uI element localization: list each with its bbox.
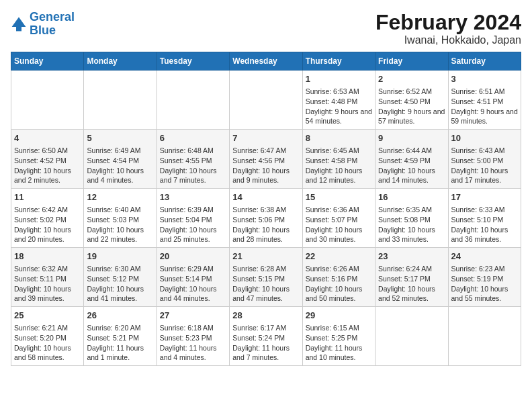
daylight-text: Daylight: 11 hours and 10 minutes.: [306, 344, 363, 362]
sunset-text: Sunset: 5:04 PM: [160, 216, 212, 224]
daylight-text: Daylight: 10 hours and 2 minutes.: [14, 167, 71, 185]
sunrise-text: Sunrise: 6:23 AM: [451, 265, 505, 273]
sunset-text: Sunset: 5:06 PM: [232, 216, 285, 224]
header: GeneralBlue February 2024 Iwanai, Hokkai…: [11, 11, 521, 46]
sunset-text: Sunset: 5:23 PM: [160, 334, 212, 342]
header-friday: Friday: [375, 52, 448, 71]
sunset-text: Sunset: 5:19 PM: [451, 275, 504, 283]
daylight-text: Daylight: 9 hours and 54 minutes.: [306, 107, 372, 126]
day-number: 20: [160, 250, 226, 263]
sunrise-text: Sunrise: 6:21 AM: [14, 324, 68, 332]
table-row: [157, 71, 229, 130]
day-number: 4: [14, 132, 81, 144]
daylight-text: Daylight: 10 hours and 25 minutes.: [160, 226, 217, 244]
day-number: 13: [160, 191, 226, 203]
table-row: 29Sunrise: 6:15 AMSunset: 5:25 PMDayligh…: [302, 306, 375, 365]
daylight-text: Daylight: 10 hours and 36 minutes.: [451, 226, 508, 244]
sunset-text: Sunset: 4:52 PM: [14, 156, 66, 165]
sunset-text: Sunset: 4:48 PM: [306, 97, 358, 105]
day-number: 18: [14, 250, 81, 263]
daylight-text: Daylight: 10 hours and 7 minutes.: [160, 167, 217, 185]
daylight-text: Daylight: 10 hours and 58 minutes.: [14, 344, 71, 362]
sunset-text: Sunset: 4:56 PM: [232, 156, 285, 165]
sunset-text: Sunset: 5:21 PM: [87, 334, 139, 342]
sunrise-text: Sunrise: 6:33 AM: [451, 205, 505, 214]
header-saturday: Saturday: [448, 52, 521, 71]
sunrise-text: Sunrise: 6:49 AM: [87, 146, 140, 154]
sunset-text: Sunset: 5:17 PM: [378, 275, 431, 283]
daylight-text: Daylight: 10 hours and 47 minutes.: [232, 285, 290, 303]
table-row: 13Sunrise: 6:39 AMSunset: 5:04 PMDayligh…: [157, 189, 229, 248]
day-number: 26: [87, 310, 153, 322]
header-tuesday: Tuesday: [157, 52, 229, 71]
day-number: 16: [378, 191, 445, 203]
day-number: 15: [306, 191, 372, 203]
daylight-text: Daylight: 10 hours and 28 minutes.: [232, 226, 290, 244]
logo-icon: [11, 16, 27, 32]
day-number: 2: [378, 73, 445, 85]
table-row: 1Sunrise: 6:53 AMSunset: 4:48 PMDaylight…: [302, 71, 375, 130]
sunset-text: Sunset: 5:24 PM: [232, 334, 285, 342]
sunrise-text: Sunrise: 6:39 AM: [160, 205, 214, 214]
sunset-text: Sunset: 4:50 PM: [378, 97, 431, 105]
day-number: 17: [451, 191, 518, 203]
table-row: 14Sunrise: 6:38 AMSunset: 5:06 PMDayligh…: [230, 189, 302, 248]
daylight-text: Daylight: 10 hours and 14 minutes.: [378, 167, 435, 185]
sunrise-text: Sunrise: 6:51 AM: [451, 87, 505, 95]
header-wednesday: Wednesday: [230, 52, 302, 71]
day-number: 11: [14, 191, 81, 203]
sunset-text: Sunset: 5:11 PM: [14, 275, 66, 283]
table-row: 10Sunrise: 6:43 AMSunset: 5:00 PMDayligh…: [448, 130, 521, 189]
title-area: February 2024 Iwanai, Hokkaido, Japan: [375, 11, 521, 46]
daylight-text: Daylight: 10 hours and 4 minutes.: [87, 167, 144, 185]
daylight-text: Daylight: 10 hours and 30 minutes.: [306, 226, 363, 244]
sunrise-text: Sunrise: 6:50 AM: [14, 146, 68, 154]
day-number: 1: [306, 73, 372, 85]
table-row: 22Sunrise: 6:26 AMSunset: 5:16 PMDayligh…: [302, 248, 375, 307]
table-row: 12Sunrise: 6:40 AMSunset: 5:03 PMDayligh…: [84, 189, 157, 248]
day-number: 8: [306, 132, 372, 144]
table-row: 5Sunrise: 6:49 AMSunset: 4:54 PMDaylight…: [84, 130, 157, 189]
day-number: 25: [14, 310, 81, 322]
day-number: 14: [232, 191, 299, 203]
page-subtitle: Iwanai, Hokkaido, Japan: [375, 34, 521, 46]
logo-text: GeneralBlue: [30, 11, 75, 38]
table-row: 16Sunrise: 6:35 AMSunset: 5:08 PMDayligh…: [375, 189, 448, 248]
sunset-text: Sunset: 5:08 PM: [378, 216, 431, 224]
daylight-text: Daylight: 11 hours and 4 minutes.: [160, 344, 217, 362]
sunset-text: Sunset: 5:03 PM: [87, 216, 139, 224]
table-row: 2Sunrise: 6:52 AMSunset: 4:50 PMDaylight…: [375, 71, 448, 130]
sunset-text: Sunset: 5:20 PM: [14, 334, 66, 342]
sunset-text: Sunset: 5:15 PM: [232, 275, 285, 283]
page-title: February 2024: [375, 11, 521, 34]
table-row: 24Sunrise: 6:23 AMSunset: 5:19 PMDayligh…: [448, 248, 521, 307]
svg-rect-1: [16, 27, 21, 31]
day-number: 10: [451, 132, 518, 144]
sunrise-text: Sunrise: 6:32 AM: [14, 265, 68, 273]
sunrise-text: Sunrise: 6:45 AM: [306, 146, 359, 154]
header-sunday: Sunday: [11, 52, 84, 71]
daylight-text: Daylight: 10 hours and 17 minutes.: [451, 167, 508, 185]
sunset-text: Sunset: 5:07 PM: [306, 216, 358, 224]
calendar-body: 1Sunrise: 6:53 AMSunset: 4:48 PMDaylight…: [11, 71, 521, 366]
table-row: [375, 306, 448, 365]
day-number: 21: [232, 250, 299, 263]
sunrise-text: Sunrise: 6:44 AM: [378, 146, 432, 154]
sunrise-text: Sunrise: 6:42 AM: [14, 205, 68, 214]
sunset-text: Sunset: 5:12 PM: [87, 275, 139, 283]
day-number: 6: [160, 132, 226, 144]
daylight-text: Daylight: 10 hours and 9 minutes.: [232, 167, 290, 185]
daylight-text: Daylight: 10 hours and 44 minutes.: [160, 285, 217, 303]
table-row: 3Sunrise: 6:51 AMSunset: 4:51 PMDaylight…: [448, 71, 521, 130]
daylight-text: Daylight: 11 hours and 1 minute.: [87, 344, 144, 362]
daylight-text: Daylight: 10 hours and 33 minutes.: [378, 226, 435, 244]
daylight-text: Daylight: 11 hours and 7 minutes.: [232, 344, 290, 362]
sunrise-text: Sunrise: 6:36 AM: [306, 205, 359, 214]
sunrise-text: Sunrise: 6:26 AM: [306, 265, 359, 273]
sunrise-text: Sunrise: 6:43 AM: [451, 146, 505, 154]
day-number: 29: [306, 310, 372, 322]
table-row: [84, 71, 157, 130]
sunrise-text: Sunrise: 6:30 AM: [87, 265, 140, 273]
day-number: 24: [451, 250, 518, 263]
daylight-text: Daylight: 10 hours and 20 minutes.: [14, 226, 71, 244]
